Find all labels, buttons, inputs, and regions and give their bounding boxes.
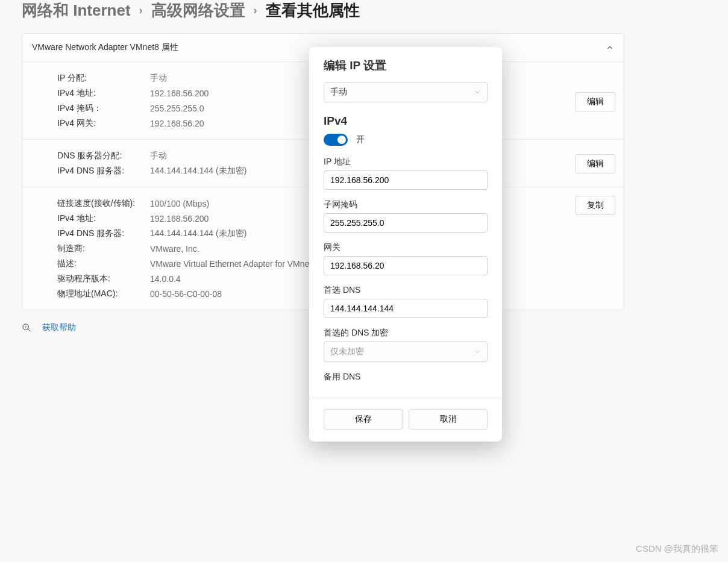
ipv4-heading: IPv4 [324,114,488,128]
subnet-mask-input[interactable] [324,213,488,233]
edit-ip-modal: 编辑 IP 设置 手动 IPv4 开 IP 地址 子网掩码 网关 首选 DNS … [309,47,502,442]
alternate-dns-label: 备用 DNS [324,372,488,382]
row-label: IPv4 掩码： [57,103,150,114]
row-label: IP 分配: [57,73,150,84]
svg-line-1 [28,329,30,331]
row-label: 制造商: [57,243,150,254]
dns-encryption-label: 首选的 DNS 加密 [324,328,488,339]
row-label: IPv4 地址: [57,213,150,224]
ipv4-toggle-label: 开 [356,134,365,145]
chevron-right-icon: › [139,4,143,17]
gateway-label: 网关 [324,242,488,253]
ipv4-toggle[interactable] [324,134,348,146]
row-label: 物理地址(MAC): [57,289,150,299]
dns-encryption-select[interactable]: 仅未加密 [324,342,488,362]
modal-body[interactable]: 手动 IPv4 开 IP 地址 子网掩码 网关 首选 DNS 首选的 DNS 加… [309,82,502,398]
watermark: CSDN @我真的很笨 [636,543,718,555]
row-label: IPv4 DNS 服务器: [57,166,150,176]
select-value: 仅未加密 [330,346,364,357]
help-link-label: 获取帮助 [42,322,76,333]
row-label: IPv4 地址: [57,88,150,99]
chevron-down-icon [474,348,481,355]
breadcrumb-current: 查看其他属性 [266,0,360,21]
chevron-up-icon [606,43,614,52]
ip-address-label: IP 地址 [324,157,488,167]
breadcrumb-advanced[interactable]: 高级网络设置 [151,0,245,21]
save-button[interactable]: 保存 [324,409,403,429]
help-icon: ? [22,323,31,333]
preferred-dns-label: 首选 DNS [324,285,488,296]
edit-dns-button[interactable]: 编辑 [576,154,615,173]
ip-mode-select[interactable]: 手动 [324,82,488,102]
svg-text:?: ? [25,325,27,329]
preferred-dns-input[interactable] [324,299,488,318]
chevron-down-icon [474,89,481,96]
breadcrumb: 网络和 Internet › 高级网络设置 › 查看其他属性 [0,0,728,33]
ip-address-input[interactable] [324,170,488,190]
breadcrumb-network[interactable]: 网络和 Internet [22,0,131,21]
select-value: 手动 [330,87,347,98]
row-label: IPv4 DNS 服务器: [57,228,150,239]
modal-title: 编辑 IP 设置 [309,47,502,82]
subnet-mask-label: 子网掩码 [324,199,488,210]
gateway-input[interactable] [324,256,488,275]
row-label: 链接速度(接收/传输): [57,198,150,209]
row-label: IPv4 网关: [57,118,150,129]
cancel-button[interactable]: 取消 [409,409,488,429]
row-label: DNS 服务器分配: [57,151,150,161]
panel-title: VMware Network Adapter VMnet8 属性 [32,42,178,53]
copy-button[interactable]: 复制 [576,196,615,215]
row-label: 驱动程序版本: [57,273,150,284]
chevron-right-icon: › [254,4,257,17]
row-label: 描述: [57,258,150,269]
edit-ip-button[interactable]: 编辑 [576,92,615,111]
